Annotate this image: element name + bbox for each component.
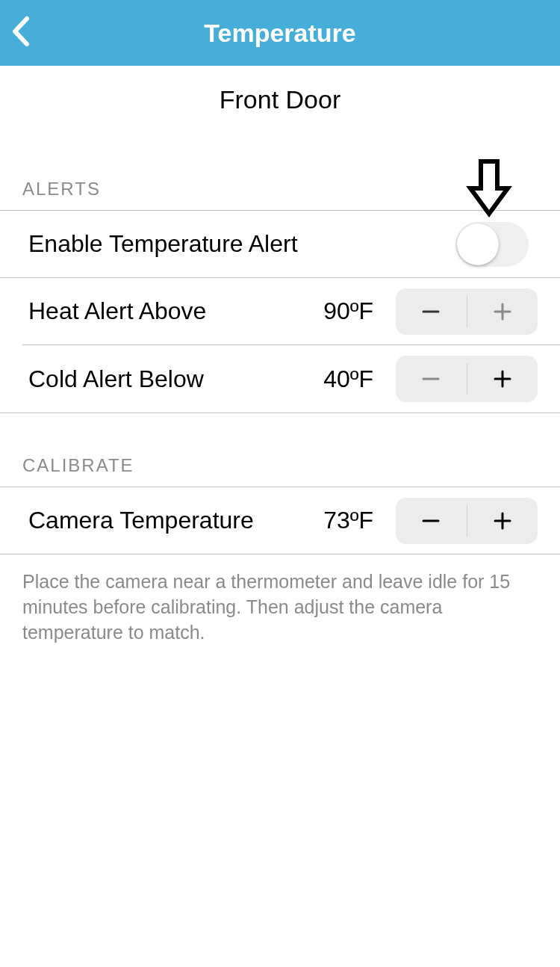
camera-temperature-stepper	[396, 498, 538, 544]
minus-icon	[420, 368, 442, 390]
row-camera-temperature: Camera Temperature 73ºF	[0, 487, 560, 554]
plus-icon	[491, 368, 514, 390]
chevron-left-icon	[10, 16, 30, 47]
section-header-calibrate: CALIBRATE	[0, 413, 560, 486]
alerts-list: Enable Temperature Alert Heat Alert Abov…	[0, 210, 560, 413]
cold-alert-value: 40ºF	[302, 365, 373, 393]
camera-temperature-value: 73ºF	[302, 507, 373, 534]
heat-alert-decrement-button[interactable]	[396, 288, 467, 335]
row-enable-alert: Enable Temperature Alert	[0, 211, 560, 278]
plus-icon	[491, 510, 514, 532]
enable-alert-toggle[interactable]	[455, 222, 529, 267]
toggle-knob	[457, 223, 499, 265]
back-button[interactable]	[10, 16, 30, 50]
device-name: Front Door	[0, 66, 560, 137]
section-header-alerts: ALERTS	[0, 137, 560, 210]
cold-alert-decrement-button[interactable]	[396, 356, 467, 402]
row-heat-alert: Heat Alert Above 90ºF	[22, 278, 560, 345]
row-cold-alert: Cold Alert Below 40ºF	[22, 345, 560, 413]
calibrate-list: Camera Temperature 73ºF	[0, 486, 560, 554]
enable-alert-label: Enable Temperature Alert	[28, 230, 455, 258]
minus-icon	[420, 510, 442, 532]
camera-temperature-increment-button[interactable]	[467, 498, 538, 544]
camera-temperature-label: Camera Temperature	[28, 507, 302, 534]
heat-alert-label: Heat Alert Above	[28, 297, 302, 325]
plus-icon	[491, 300, 514, 323]
cold-alert-increment-button[interactable]	[467, 356, 538, 402]
cold-alert-label: Cold Alert Below	[28, 365, 302, 393]
camera-temperature-decrement-button[interactable]	[396, 498, 467, 544]
cold-alert-stepper	[396, 356, 538, 402]
heat-alert-increment-button[interactable]	[467, 288, 538, 335]
calibrate-footer-text: Place the camera near a thermometer and …	[0, 554, 560, 645]
page-title: Temperature	[0, 19, 560, 48]
heat-alert-stepper	[396, 288, 538, 335]
minus-icon	[420, 300, 442, 323]
app-header: Temperature	[0, 0, 560, 66]
heat-alert-value: 90ºF	[302, 297, 373, 325]
